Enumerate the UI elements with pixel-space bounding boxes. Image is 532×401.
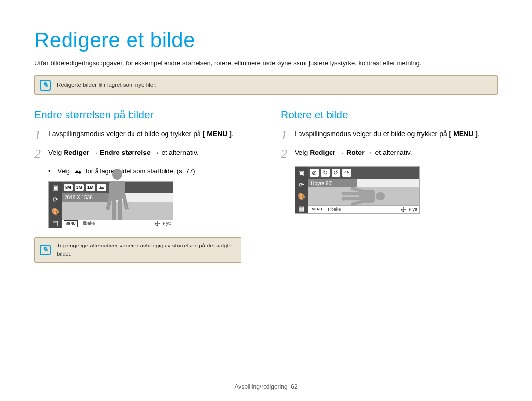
cam-top-options: ⊘ ↻ ↺ ↷ [308, 167, 419, 179]
heading-rotate: Rotere et bilde [281, 107, 498, 123]
camera-screenshot-resize: ▣ ⟳ 🎨 ▤ 5M 3M 1M 2048 X 1536 [48, 181, 173, 228]
arrow: → [335, 149, 346, 156]
cam-sidebar: ▣ ⟳ 🎨 ▤ [49, 182, 62, 228]
palette-icon: 🎨 [297, 192, 306, 201]
resize-step2-cmd: Endre størrelse [100, 149, 151, 156]
resize-step1: 1 I avspillingsmodus velger du et bilde … [34, 129, 251, 142]
camera-screenshot-rotate: ▣ ⟳ 🎨 ▤ ⊘ ↻ ↺ ↷ Høyre 90˚ [295, 166, 420, 214]
cam-move-label: Flytt [163, 220, 171, 227]
note-bottom-text: Tilgjengelige alternativer varierer avhe… [57, 242, 236, 259]
rotate-step2: 2 Velg Rediger → Roter → et alternativ. [281, 148, 498, 160]
rotate-step2-edit: Rediger [310, 149, 335, 156]
arrow: → [365, 149, 375, 156]
rotate-right-icon: ↻ [321, 169, 330, 177]
cam-bottom-bar: MENU Tilbake Flytt [62, 220, 173, 228]
bullet-text-a: Velg [58, 166, 70, 176]
page-footer: Avspilling/redigering 62 [0, 382, 532, 391]
cam-sidebar: ▣ ⟳ 🎨 ▤ [295, 167, 308, 213]
page-intro: Utfør bilderedigeringsoppgaver, for ekse… [34, 59, 498, 68]
svg-point-0 [78, 171, 81, 174]
menu-button-label: [ MENU ] [449, 130, 478, 138]
resize-step1-text: I avspillingsmodus velger du et bilde og… [48, 130, 203, 138]
resize-icon: ▣ [51, 184, 60, 192]
person-silhouette-rotated-icon [342, 184, 385, 209]
cam-move-label: Flytt [409, 206, 417, 213]
rotate-step2-prefix: Velg [295, 149, 310, 156]
rotate-left-icon: ↺ [332, 169, 340, 177]
page-title: Redigere et bilde [34, 25, 498, 56]
cam-back-label: Tilbake [81, 220, 95, 227]
resize-step2-edit: Rediger [64, 149, 89, 156]
rotate-off-icon: ⊘ [310, 169, 319, 177]
arrow: → [151, 149, 162, 156]
nav-cross-icon [401, 207, 406, 212]
step-number-2: 2 [34, 148, 43, 160]
note-icon: ✎ [40, 245, 51, 255]
note-icon: ✎ [40, 80, 51, 91]
cam-menu-badge: MENU [64, 220, 78, 228]
footer-section: Avspilling/redigering [234, 383, 287, 390]
person-silhouette-icon [102, 169, 132, 220]
rotate-step1-text: I avspillingsmodus velger du et bilde og… [295, 130, 449, 138]
palette-icon: 🎨 [51, 207, 60, 216]
note-top-box: ✎ Redigerte bilder blir lagret som nye f… [34, 75, 498, 95]
heading-resize: Endre størrelsen på bilder [34, 107, 251, 123]
start-image-icon [74, 168, 82, 174]
arrow: → [89, 149, 100, 156]
rotate-icon: ⟳ [51, 195, 60, 204]
cam-preview [62, 202, 173, 220]
cam-menu-badge: MENU [310, 206, 324, 213]
footer-page-number: 62 [291, 383, 297, 390]
cam-back-label: Tilbake [327, 206, 341, 213]
step-number-1: 1 [34, 129, 43, 142]
rotate-step2-cmd: Roter [346, 149, 365, 156]
menu-button-label: [ MENU ] [203, 130, 232, 138]
rotate-step1: 1 I avspillingsmodus velger du et bilde … [281, 129, 498, 142]
rotate-icon: ⟳ [297, 181, 306, 189]
opt-5m: 5M [64, 184, 73, 191]
step-number-2: 2 [281, 148, 290, 160]
rotate-step1-dot: . [478, 130, 480, 138]
adjust-icon: ▤ [297, 204, 306, 213]
resize-step2: 2 Velg Rediger → Endre størrelse → et al… [34, 148, 251, 160]
note-bottom-box: ✎ Tilgjengelige alternativer varierer av… [34, 237, 241, 263]
resize-step2-suffix: et alternativ. [162, 149, 199, 156]
resize-icon: ▣ [297, 169, 306, 178]
cam-preview [308, 187, 419, 205]
note-top-text: Redigerte bilder blir lagret som nye fil… [57, 81, 157, 89]
bullet-dot [48, 166, 54, 176]
col-rotate: Rotere et bilde 1 I avspillingsmodus vel… [281, 107, 498, 275]
nav-cross-icon [155, 221, 160, 226]
rotate-step2-suffix: et alternativ. [375, 149, 412, 156]
resize-bullet: Velg for å lagre bildet som startbilde. … [48, 166, 251, 176]
adjust-icon: ▤ [51, 219, 60, 228]
opt-1m: 1M [86, 184, 95, 191]
resize-step2-prefix: Velg [48, 149, 64, 156]
step-number-1: 1 [281, 129, 290, 142]
opt-3m: 3M [75, 184, 84, 191]
rotate-180-icon: ↷ [342, 169, 351, 177]
resize-step1-dot: . [232, 130, 233, 138]
col-resize: Endre størrelsen på bilder 1 I avspillin… [34, 107, 251, 275]
